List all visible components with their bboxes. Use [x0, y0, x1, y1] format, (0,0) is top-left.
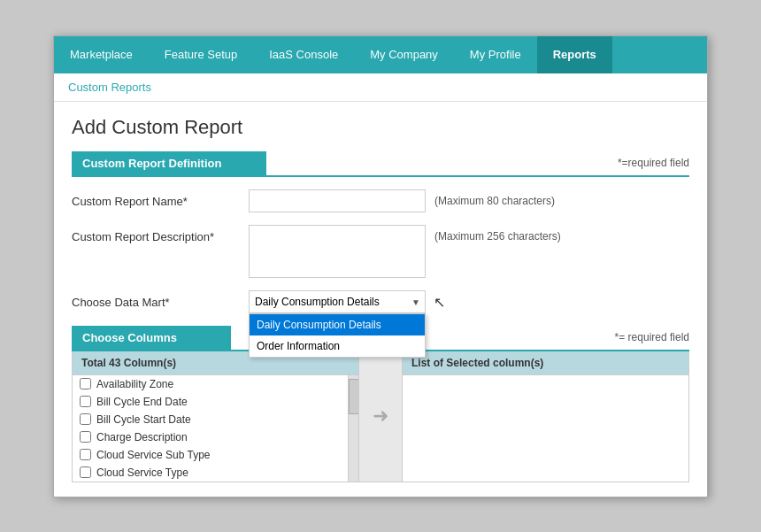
- list-item: Cloud Service Type: [73, 464, 348, 482]
- checkbox-charge-description[interactable]: [80, 431, 91, 443]
- breadcrumb-link[interactable]: Custom Reports: [68, 81, 151, 94]
- name-control-wrap: (Maximum 80 characters): [249, 189, 555, 212]
- section-title: Custom Report Definition: [72, 151, 266, 175]
- checkbox-cloud-service-sub-type[interactable]: [80, 449, 91, 460]
- col-item-label: Cloud Service Type: [96, 466, 188, 479]
- nav-feature-setup[interactable]: Feature Setup: [149, 36, 253, 73]
- dropdown-item-daily[interactable]: Daily Consumption Details: [250, 314, 425, 335]
- dropdown-menu: Daily Consumption Details Order Informat…: [249, 313, 426, 358]
- nav-iaas-console[interactable]: IaaS Console: [253, 36, 354, 73]
- columns-section-title: Choose Columns: [72, 326, 231, 350]
- list-item: Availability Zone: [73, 375, 348, 393]
- name-hint: (Maximum 80 characters): [434, 189, 555, 207]
- description-row: Custom Report Description* (Maximum 256 …: [72, 225, 689, 278]
- col-item-label: Charge Description: [96, 431, 188, 443]
- name-row: Custom Report Name* (Maximum 80 characte…: [72, 189, 689, 212]
- nav-reports[interactable]: Reports: [537, 36, 612, 73]
- name-label: Custom Report Name*: [72, 189, 249, 208]
- scrollbar-thumb[interactable]: [349, 379, 359, 414]
- description-label: Custom Report Description*: [72, 225, 249, 243]
- arrow-right-icon: ➜: [373, 405, 388, 428]
- scrollbar-track[interactable]: [348, 375, 358, 482]
- list-item: Cloud Service Sub Type: [73, 446, 348, 464]
- description-hint: (Maximum 256 characters): [434, 225, 561, 243]
- col-item-label: Cloud Service Sub Type: [96, 449, 211, 461]
- nav-my-profile[interactable]: My Profile: [454, 36, 537, 73]
- list-item: Bill Cycle Start Date: [73, 411, 348, 428]
- page-title: Add Custom Report: [72, 116, 689, 139]
- columns-layout: Total 43 Column(s) Availability Zone Bil…: [72, 351, 689, 482]
- list-item: Charge Description: [73, 428, 348, 446]
- col-left-inner: Availability Zone Bill Cycle End Date Bi…: [73, 375, 358, 482]
- col-list: Availability Zone Bill Cycle End Date Bi…: [73, 375, 348, 482]
- data-mart-label: Choose Data Mart*: [72, 290, 249, 309]
- selected-columns-panel: List of Selected column(s): [403, 351, 688, 482]
- checkbox-bill-cycle-start[interactable]: [80, 413, 91, 425]
- col-item-label: Bill Cycle End Date: [96, 396, 188, 408]
- breadcrumb: Custom Reports: [54, 73, 707, 102]
- checkbox-cloud-service-type[interactable]: [80, 466, 91, 478]
- columns-required-note: *= required field: [615, 331, 689, 343]
- total-columns-panel: Total 43 Column(s) Availability Zone Bil…: [73, 351, 358, 482]
- page-content: Add Custom Report Custom Report Definiti…: [54, 102, 707, 497]
- data-mart-select[interactable]: Daily Consumption Details Order Informat…: [249, 290, 426, 313]
- dropdown-item-order[interactable]: Order Information: [250, 335, 425, 357]
- cursor-icon: ↖: [434, 293, 445, 310]
- custom-report-definition-section: Custom Report Definition *=required fiel…: [72, 151, 689, 177]
- checkbox-availability-zone[interactable]: [80, 378, 91, 389]
- data-mart-control-wrap: Daily Consumption Details Order Informat…: [249, 290, 426, 313]
- list-item: Bill Cycle End Date: [73, 393, 348, 411]
- top-nav: Marketplace Feature Setup IaaS Console M…: [54, 36, 707, 73]
- nav-my-company[interactable]: My Company: [354, 36, 454, 73]
- description-input[interactable]: [249, 225, 426, 278]
- required-note: *=required field: [618, 157, 689, 169]
- selected-columns-header: List of Selected column(s): [403, 351, 688, 375]
- checkbox-bill-cycle-end[interactable]: [80, 396, 91, 407]
- name-input[interactable]: [249, 189, 426, 212]
- nav-marketplace[interactable]: Marketplace: [54, 36, 149, 73]
- data-mart-row: Choose Data Mart* Daily Consumption Deta…: [72, 290, 689, 313]
- data-mart-select-wrapper: Daily Consumption Details Order Informat…: [249, 290, 426, 313]
- description-control-wrap: (Maximum 256 characters): [249, 225, 561, 278]
- col-item-label: Availability Zone: [96, 378, 173, 390]
- main-window: Marketplace Feature Setup IaaS Console M…: [53, 35, 708, 497]
- selected-columns-content: [403, 375, 688, 464]
- col-item-label: Bill Cycle Start Date: [96, 413, 191, 426]
- transfer-arrow-area: ➜: [358, 351, 403, 482]
